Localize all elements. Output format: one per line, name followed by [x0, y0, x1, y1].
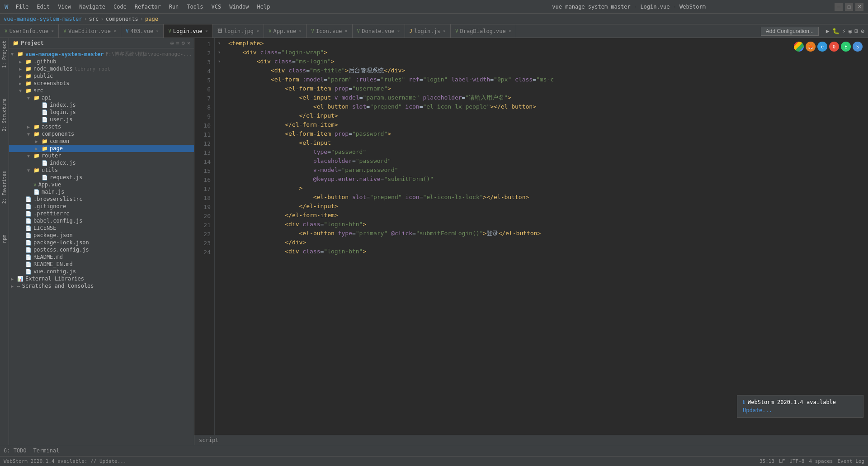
menu-edit[interactable]: Edit: [33, 3, 53, 11]
tree-item-gitignore[interactable]: 📄 .gitignore: [9, 203, 194, 210]
tree-item-screenshots[interactable]: ▶ 📁 screenshots: [9, 80, 194, 87]
tree-item-readme[interactable]: 📄 README.md: [9, 253, 194, 261]
tree-item-utils-request[interactable]: 📄 request.js: [9, 174, 194, 181]
favorites-tab-label[interactable]: 2: Favorites: [1, 169, 8, 205]
tree-item-src[interactable]: ▼ 📁 src: [9, 87, 194, 94]
minimize-button[interactable]: ─: [835, 3, 843, 11]
tab-login-vue[interactable]: V Login.vue ×: [164, 24, 213, 38]
safari-icon[interactable]: S: [853, 42, 863, 52]
tree-item-license[interactable]: 📄 LICENSE: [9, 224, 194, 232]
profile-button[interactable]: ⚡: [842, 28, 846, 34]
line-ending[interactable]: LF: [779, 458, 785, 464]
project-settings-icon[interactable]: ⚙: [182, 40, 185, 46]
tab-close-icon[interactable]: ×: [51, 29, 54, 33]
npm-tab-label[interactable]: npm: [1, 233, 8, 245]
tree-item-external-libs[interactable]: ▶ 📊 External Libraries: [9, 275, 194, 282]
maximize-button[interactable]: □: [845, 3, 853, 11]
tab-dragdialog-vue[interactable]: V DragDialog.vue ×: [451, 24, 516, 38]
tab-403[interactable]: V 403.vue ×: [121, 24, 164, 38]
tab-close-icon[interactable]: ×: [156, 29, 159, 33]
tree-item-vue-config[interactable]: 📄 vue.config.js: [9, 268, 194, 275]
menu-help[interactable]: Help: [254, 3, 274, 11]
notification-update-link[interactable]: Update...: [743, 407, 772, 414]
close-button[interactable]: ✕: [855, 3, 863, 11]
tree-item-public[interactable]: ▶ 📁 public: [9, 72, 194, 80]
tree-item-api-login[interactable]: 📄 login.js: [9, 109, 194, 116]
tree-item-common[interactable]: ▶ 📁 common: [9, 138, 194, 145]
tab-close-icon[interactable]: ×: [397, 29, 400, 33]
tab-close-icon[interactable]: ×: [443, 29, 446, 33]
tree-item-prettierrc[interactable]: 📄 .prettierrc: [9, 210, 194, 217]
tree-item-scratches[interactable]: ▶ ✏ Scratches and Consoles: [9, 282, 194, 290]
expand-button[interactable]: ⊞: [854, 28, 858, 34]
tree-item-api[interactable]: ▼ 📁 api: [9, 94, 194, 101]
tab-userinfo[interactable]: V UserInfo.vue ×: [0, 24, 59, 38]
tree-item-components[interactable]: ▼ 📁 components: [9, 130, 194, 138]
code-area[interactable]: 12345 678910 1112131415 1617181920 21222…: [194, 38, 868, 435]
tree-item-app-vue[interactable]: V App.vue: [9, 181, 194, 188]
tab-close-icon[interactable]: ×: [113, 29, 116, 33]
edge-old-icon[interactable]: e: [817, 42, 827, 52]
tab-close-icon[interactable]: ×: [509, 29, 511, 33]
menu-vcs[interactable]: VCS: [208, 3, 225, 11]
tree-item-postcss-config[interactable]: 📄 postcss.config.js: [9, 246, 194, 253]
menu-refactor[interactable]: Refactor: [131, 3, 165, 11]
tree-item-api-index[interactable]: 📄 index.js: [9, 101, 194, 109]
tree-item-root[interactable]: ▼ 📁 vue-manage-system-master F:\博客系统\模板\…: [9, 50, 194, 58]
tab-donate-vue[interactable]: V Donate.vue ×: [353, 24, 405, 38]
tab-close-icon[interactable]: ×: [205, 29, 208, 33]
locate-in-tree-icon[interactable]: ◎: [170, 40, 174, 46]
breadcrumb-item-src[interactable]: src: [89, 16, 99, 22]
settings-button[interactable]: ⚙: [861, 28, 864, 34]
run-button[interactable]: ▶: [826, 28, 830, 34]
edge-icon[interactable]: E: [841, 42, 851, 52]
tree-item-babel-config[interactable]: 📄 babel.config.js: [9, 217, 194, 224]
tree-item-page[interactable]: ▶ 📁 page: [9, 145, 194, 152]
tab-login-jpg[interactable]: 🖼 login.jpg ×: [213, 24, 264, 38]
tree-item-package-json[interactable]: 📄 package.json: [9, 232, 194, 239]
script-footer-tab[interactable]: script: [194, 435, 868, 445]
tab-vueeditor[interactable]: V VueEditor.vue ×: [59, 24, 121, 38]
code-content[interactable]: <template> <div class="login-wrap"> <div…: [224, 38, 868, 435]
opera-icon[interactable]: O: [829, 42, 839, 52]
breadcrumb-item-components[interactable]: components: [106, 16, 138, 22]
tab-close-icon[interactable]: ×: [345, 29, 348, 33]
menu-run[interactable]: Run: [165, 3, 183, 11]
menu-view[interactable]: View: [54, 3, 75, 11]
chrome-icon[interactable]: [794, 42, 804, 52]
menu-code[interactable]: Code: [110, 3, 130, 11]
menu-file[interactable]: File: [12, 3, 32, 11]
coverage-button[interactable]: ◉: [849, 28, 852, 34]
todo-tab[interactable]: 6: TODO: [4, 447, 27, 454]
terminal-tab[interactable]: Terminal: [33, 447, 60, 454]
tree-item-node-modules[interactable]: ▶ 📁 node_modules library root: [9, 65, 194, 72]
tree-item-readme-en[interactable]: 📄 README_EN.md: [9, 261, 194, 268]
add-configuration-button[interactable]: Add Configuration...: [761, 27, 819, 36]
tree-item-assets[interactable]: ▶ 📁 assets: [9, 123, 194, 130]
tree-item-package-lock[interactable]: 📄 package-lock.json: [9, 239, 194, 246]
indent-setting[interactable]: 4 spaces: [809, 458, 833, 464]
tree-item-router[interactable]: ▼ 📁 router: [9, 152, 194, 159]
tab-close-icon[interactable]: ×: [256, 29, 259, 33]
tab-login-js[interactable]: J login.js ×: [405, 24, 451, 38]
tab-app-vue[interactable]: V App.vue ×: [264, 24, 307, 38]
tree-item-github[interactable]: ▶ 📁 .github: [9, 58, 194, 65]
collapse-all-icon[interactable]: ≡: [176, 40, 179, 46]
encoding[interactable]: UTF-8: [789, 458, 804, 464]
project-tab-label[interactable]: 1: Project: [1, 39, 8, 70]
debug-button[interactable]: 🐛: [832, 28, 840, 34]
menu-navigate[interactable]: Navigate: [75, 3, 109, 11]
tab-close-icon[interactable]: ×: [299, 29, 302, 33]
breadcrumb-item-root[interactable]: vue-manage-system-master: [4, 16, 82, 22]
tree-item-api-user[interactable]: 📄 user.js: [9, 116, 194, 123]
structure-tab-label[interactable]: 2: Structure: [1, 97, 8, 133]
firefox-icon[interactable]: 🦊: [806, 42, 816, 52]
menu-window[interactable]: Window: [226, 3, 252, 11]
tab-icon-vue[interactable]: V Icon.vue ×: [307, 24, 352, 38]
event-log-link[interactable]: Event Log: [837, 458, 864, 464]
breadcrumb-item-page[interactable]: page: [145, 16, 158, 22]
tree-item-browserslistrc[interactable]: 📄 .browserslistrc: [9, 195, 194, 203]
menu-tools[interactable]: Tools: [183, 3, 207, 11]
tree-item-utils[interactable]: ▼ 📁 utils: [9, 166, 194, 174]
project-close-icon[interactable]: ✕: [187, 40, 190, 46]
